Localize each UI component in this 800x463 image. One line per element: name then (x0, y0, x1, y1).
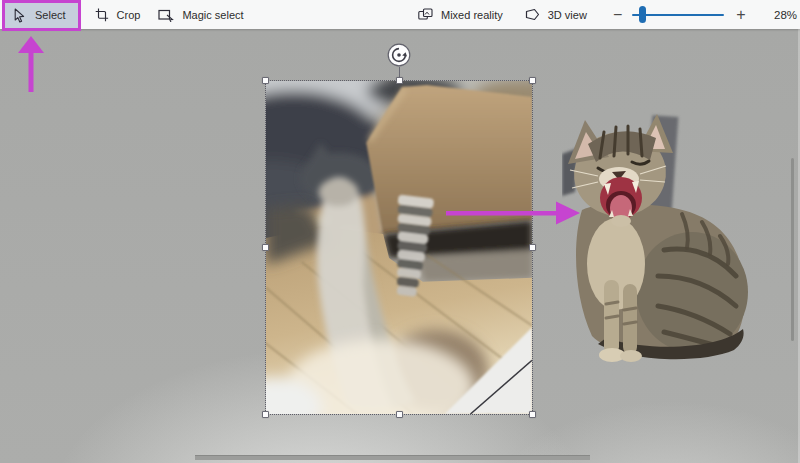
crop-tool-label: Crop (117, 9, 141, 21)
zoom-slider-track[interactable] (632, 14, 724, 17)
rotate-handle[interactable] (387, 43, 411, 67)
magic-select-tool-button[interactable]: Magic select (158, 4, 243, 25)
canvas-workspace[interactable] (0, 29, 800, 463)
resize-handle-sw[interactable] (262, 411, 269, 418)
toolbar-left-group: Select Crop Magic select (0, 0, 244, 29)
magic-select-icon (158, 8, 174, 22)
select-tool-label: Select (35, 9, 66, 21)
mixed-reality-icon (418, 8, 433, 21)
3d-view-label: 3D view (548, 9, 587, 21)
paint3d-window: Select Crop Magic select Mixed reali (0, 0, 800, 463)
annotation-arrow-cutout (446, 200, 580, 226)
resize-handle-n[interactable] (396, 77, 403, 84)
select-tool-button[interactable]: Select (2, 0, 81, 31)
annotation-arrow-select (17, 36, 45, 94)
zoom-level-value[interactable]: 28% (768, 9, 800, 21)
resize-handle-nw[interactable] (262, 77, 269, 84)
mixed-reality-label: Mixed reality (441, 9, 503, 21)
resize-handle-e[interactable] (529, 244, 536, 251)
toolbar: Select Crop Magic select Mixed reali (0, 0, 800, 29)
cutout-cat-image[interactable] (562, 112, 748, 362)
3d-view-icon (525, 8, 540, 21)
zoom-in-button[interactable]: + (736, 7, 745, 23)
horizontal-scrollbar[interactable] (195, 455, 590, 460)
magic-select-tool-label: Magic select (182, 9, 243, 21)
zoom-out-button[interactable]: − (613, 7, 622, 23)
selected-photo-image[interactable] (266, 81, 532, 414)
crop-icon (95, 8, 109, 22)
selection-box[interactable] (265, 80, 533, 415)
vertical-scrollbar[interactable] (791, 158, 794, 341)
zoom-slider[interactable] (632, 6, 724, 23)
3d-view-button[interactable]: 3D view (525, 4, 587, 25)
select-cursor-icon (13, 8, 26, 23)
resize-handle-s[interactable] (396, 411, 403, 418)
toolbar-right-group: Mixed reality 3D view − + 28% ··· (418, 0, 800, 29)
zoom-slider-thumb[interactable] (639, 6, 646, 23)
mixed-reality-button[interactable]: Mixed reality (418, 4, 503, 25)
resize-handle-se[interactable] (529, 411, 536, 418)
crop-tool-button[interactable]: Crop (95, 4, 141, 25)
resize-handle-ne[interactable] (529, 77, 536, 84)
resize-handle-w[interactable] (262, 244, 269, 251)
rotate-icon (387, 43, 411, 67)
